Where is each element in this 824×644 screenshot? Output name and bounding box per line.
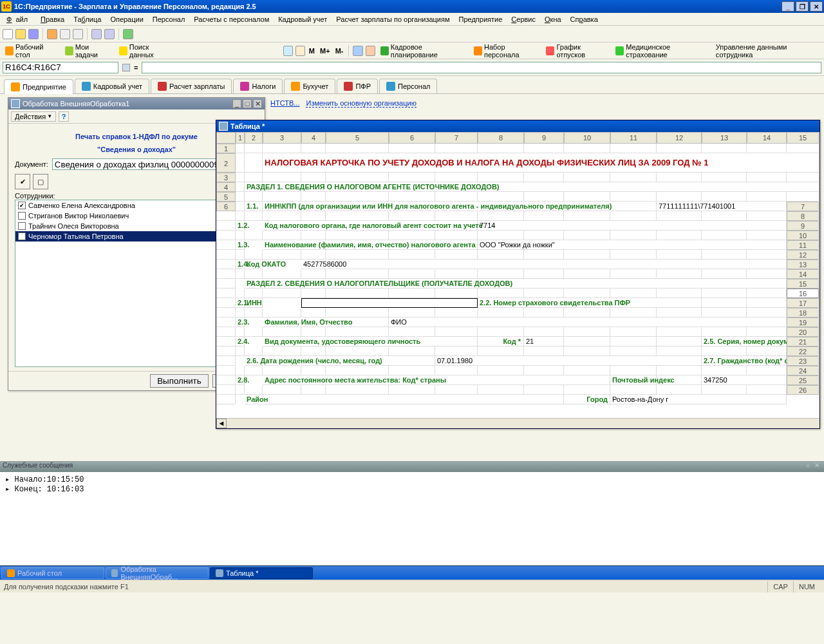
- tablewin-title: Таблица *: [230, 122, 265, 130]
- menu-payroll[interactable]: Расчет зарплаты по организациям: [332, 14, 453, 24]
- procwin-titlebar[interactable]: Обработка ВнешняяОбработка1 _ □ ✕: [8, 98, 265, 109]
- menu-file[interactable]: Файл: [3, 14, 35, 24]
- tab-enterprise[interactable]: Предприятие: [4, 79, 73, 94]
- menu-edit[interactable]: Правка: [37, 14, 68, 24]
- tablewin-titlebar[interactable]: Таблица *: [216, 120, 819, 132]
- minimize-button[interactable]: _: [782, 1, 794, 12]
- doc-label: Документ:: [15, 160, 48, 168]
- report2-icon[interactable]: [366, 46, 375, 56]
- tab-pfr[interactable]: ПФР: [337, 79, 378, 93]
- content-area: НТСТВ... Изменить основную организацию О…: [0, 94, 824, 461]
- restore-button[interactable]: ❐: [796, 1, 809, 12]
- copy-icon[interactable]: [60, 29, 70, 39]
- vacation-button[interactable]: График отпусков: [543, 42, 610, 60]
- checkbox-icon[interactable]: ✔: [18, 202, 26, 209]
- menu-enterprise[interactable]: Предприятие: [455, 14, 507, 24]
- taskbtn-desktop[interactable]: Рабочий стол: [1, 567, 104, 579]
- spreadsheet-grid[interactable]: 123456789101112131415 1 2НАЛОГОВАЯ КАРТО…: [216, 132, 819, 404]
- tab-taxes[interactable]: Налоги: [233, 79, 283, 93]
- menu-calc[interactable]: Расчеты с персоналом: [190, 14, 273, 24]
- redo-icon[interactable]: [104, 29, 115, 39]
- status-hint: Для получения подсказки нажмите F1: [4, 583, 129, 591]
- messages-pin-icon[interactable]: ⟐: [803, 462, 812, 472]
- cell-reference-input[interactable]: [3, 62, 118, 73]
- reference-bar: =: [0, 59, 824, 76]
- tab-icon: [386, 82, 395, 91]
- undo-icon[interactable]: [91, 29, 102, 39]
- procwin-max-icon[interactable]: □: [243, 99, 252, 108]
- search-button[interactable]: Поиск данных: [117, 42, 175, 60]
- formula-input[interactable]: [142, 62, 821, 73]
- close-button[interactable]: ✕: [810, 1, 823, 12]
- run-button[interactable]: Выполнить: [150, 374, 208, 388]
- messages-body[interactable]: ▸ Начало:10:15:50 ▸ Конец: 10:16:03: [0, 472, 824, 565]
- cut-icon[interactable]: [47, 29, 57, 39]
- table-window: Таблица * 123456789101112131415 1 2НАЛОГ…: [216, 120, 820, 429]
- tab-payroll[interactable]: Расчет зарплаты: [151, 79, 232, 93]
- tab-icon: [291, 82, 300, 91]
- check-all-icon[interactable]: ✔: [15, 174, 30, 189]
- menu-operations[interactable]: Операции: [106, 14, 147, 24]
- procwin-title: Обработка ВнешняяОбработка1: [23, 100, 129, 108]
- checkbox-icon[interactable]: [18, 232, 26, 240]
- menu-personnel[interactable]: Персонал: [149, 14, 189, 24]
- messages-close-icon[interactable]: ✕: [812, 462, 821, 472]
- taskbtn-table[interactable]: Таблица *: [210, 567, 313, 579]
- menu-table[interactable]: Таблица: [70, 14, 105, 24]
- caps-indicator: CAP: [767, 581, 793, 592]
- tasks-icon: [65, 46, 73, 55]
- change-org-link[interactable]: Изменить основную организацию: [306, 99, 416, 108]
- messages-pane: Служебные сообщения ⟐ ✕ ▸ Начало:10:15:5…: [0, 461, 824, 565]
- new-icon[interactable]: [3, 29, 13, 39]
- empdata-button[interactable]: Управление данными сотрудника: [713, 42, 821, 60]
- calc-tool-icon[interactable]: [283, 46, 293, 56]
- equals-label: =: [134, 64, 138, 71]
- checkbox-icon[interactable]: [18, 222, 26, 230]
- toolbar-nav: Рабочий стол Мои задачи Поиск данных M M…: [0, 43, 824, 59]
- menu-hr[interactable]: Кадровый учет: [274, 14, 331, 24]
- toolbar-icons: [0, 26, 824, 43]
- desktop-button[interactable]: Рабочий стол: [3, 42, 60, 60]
- help-icon[interactable]: ?: [59, 111, 69, 122]
- medical-button[interactable]: Медицинское страхование: [613, 42, 711, 60]
- procwin-min-icon[interactable]: _: [232, 99, 241, 108]
- tbl-icon: [216, 569, 223, 577]
- taskbtn-proc[interactable]: Обработка ВнешняяОбраб...: [106, 567, 209, 579]
- section2-label: РАЗДЕЛ 2. СВЕДЕНИЯ О НАЛОГОПЛАТЕЛЬЩИКЕ (…: [245, 279, 787, 289]
- mminus-label[interactable]: M-: [334, 47, 345, 55]
- org-link-row: НТСТВ... Изменить основную организацию: [270, 99, 417, 108]
- menu-help[interactable]: Справка: [566, 14, 602, 24]
- recruit-icon: [474, 46, 482, 55]
- menu-windows[interactable]: Окна: [541, 14, 565, 24]
- hr-planning-button[interactable]: Кадровое планирование: [378, 42, 469, 60]
- save-icon[interactable]: [28, 29, 39, 39]
- app-icon: 1C: [1, 1, 12, 12]
- tab-icon: [344, 82, 353, 91]
- mytasks-button[interactable]: Мои задачи: [62, 42, 114, 60]
- tab-icon: [82, 82, 91, 91]
- open-icon[interactable]: [15, 29, 26, 39]
- selected-cell[interactable]: [301, 298, 478, 308]
- menu-service[interactable]: Сервис: [507, 14, 539, 24]
- uncheck-all-icon[interactable]: ▢: [33, 174, 48, 189]
- org-link[interactable]: НТСТВ...: [270, 99, 299, 108]
- m-label[interactable]: M: [308, 47, 316, 55]
- window-taskbar: Рабочий стол Обработка ВнешняяОбраб... Т…: [0, 565, 824, 580]
- tab-accounting[interactable]: Бухучет: [284, 79, 335, 93]
- ref-dropdown-icon[interactable]: [122, 64, 130, 71]
- checkbox-icon[interactable]: [18, 212, 26, 220]
- scroll-left-icon[interactable]: ◄: [216, 419, 227, 428]
- report1-icon[interactable]: [353, 46, 362, 56]
- calc-icon[interactable]: [123, 29, 133, 39]
- actions-dropdown[interactable]: Действия▼: [11, 111, 56, 122]
- mplus-label[interactable]: M+: [319, 47, 332, 55]
- procwin-icon: [11, 99, 20, 108]
- tab-hr[interactable]: Кадровый учет: [75, 79, 149, 93]
- horizontal-scrollbar[interactable]: ◄: [216, 418, 819, 428]
- procwin-close-icon[interactable]: ✕: [253, 99, 262, 108]
- paste-icon[interactable]: [73, 29, 83, 39]
- desk-icon: [5, 46, 14, 55]
- tab-personnel[interactable]: Персонал: [379, 79, 438, 93]
- calendar-icon[interactable]: [295, 46, 305, 56]
- recruit-button[interactable]: Набор персонала: [471, 42, 541, 60]
